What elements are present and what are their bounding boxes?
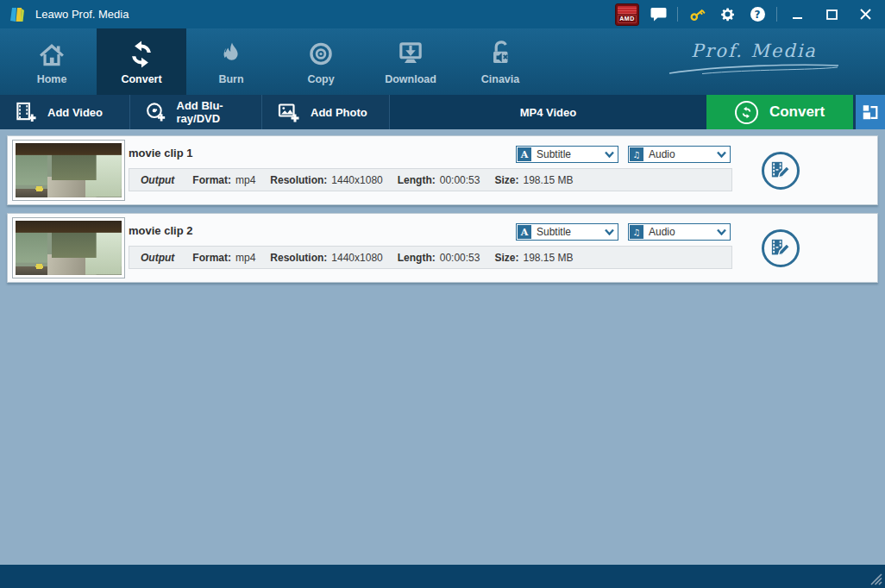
maximize-icon <box>826 9 838 20</box>
output-info: Output Format: mp4 Resolution: 1440x1080… <box>129 246 732 269</box>
add-photo-icon <box>278 101 300 123</box>
add-bluray-label: Add Blu-ray/DVD <box>177 99 261 125</box>
video-thumbnail <box>12 217 125 278</box>
tab-convert-label: Convert <box>121 73 161 85</box>
subtitle-dropdown[interactable]: A Subtitle <box>516 146 618 163</box>
chevron-down-icon <box>605 151 614 158</box>
add-video-button[interactable]: Add Video <box>0 95 129 129</box>
edit-film-pencil-icon <box>769 160 793 181</box>
output-title: Output <box>141 174 174 186</box>
chevron-down-icon <box>717 228 726 235</box>
chevron-down-icon <box>717 151 726 158</box>
clip-title: movie clip 1 <box>129 147 192 160</box>
format-value: mp4 <box>235 252 255 264</box>
clip-row-1[interactable]: movie clip 1 A Subtitle ♫ Audio Output F… <box>7 135 878 205</box>
output-format-selector[interactable]: MP4 Video <box>389 95 706 129</box>
toggle-panel-button[interactable] <box>853 95 885 129</box>
titlebar-actions: AMD <box>615 3 878 26</box>
home-icon <box>37 38 66 69</box>
add-bluray-button[interactable]: Add Blu-ray/DVD <box>129 95 261 129</box>
help-button[interactable]: ? <box>746 3 769 26</box>
convert-button[interactable]: Convert <box>706 95 853 129</box>
app-window: Leawo Prof. Media AMD <box>0 0 885 588</box>
thumbnail-image <box>16 143 122 197</box>
format-pair: Format: mp4 <box>192 252 255 264</box>
clip-title: movie clip 2 <box>129 224 192 237</box>
length-label: Length: <box>398 252 436 264</box>
resolution-label: Resolution: <box>270 252 327 264</box>
subtitle-dropdown-label: Subtitle <box>537 148 571 160</box>
titlebar-separator <box>677 7 678 22</box>
status-bar <box>0 565 885 588</box>
add-bluray-icon <box>146 101 166 123</box>
edit-clip-button[interactable] <box>762 152 800 190</box>
resolution-pair: Resolution: 1440x1080 <box>270 252 382 264</box>
audio-dropdown[interactable]: ♫ Audio <box>628 146 731 163</box>
download-icon <box>396 38 425 69</box>
feedback-button[interactable] <box>647 3 669 26</box>
audio-dropdown[interactable]: ♫ Audio <box>628 223 731 241</box>
cinavia-unlock-icon <box>486 38 515 69</box>
subtitle-dropdown[interactable]: A Subtitle <box>516 223 618 241</box>
edit-film-pencil-icon <box>769 238 793 259</box>
resolution-pair: Resolution: 1440x1080 <box>270 174 382 186</box>
tab-download[interactable]: Download <box>366 28 455 95</box>
chat-bubble-icon <box>650 7 667 22</box>
size-pair: Size: 198.15 MB <box>494 174 573 186</box>
resolution-label: Resolution: <box>270 174 327 186</box>
copy-disc-icon <box>306 38 336 69</box>
panel-layout-icon <box>861 103 880 122</box>
key-icon <box>687 5 706 24</box>
titlebar: Leawo Prof. Media AMD <box>0 0 885 28</box>
audio-dropdown-label: Audio <box>649 148 675 160</box>
tab-cinavia[interactable]: Cinavia <box>455 28 545 95</box>
amd-badge-label: AMD <box>618 15 636 23</box>
app-title: Leawo Prof. Media <box>35 8 129 21</box>
tab-home[interactable]: Home <box>7 28 97 95</box>
size-value: 198.15 MB <box>523 252 573 264</box>
burn-flame-icon <box>217 38 245 69</box>
subtitle-a-icon: A <box>518 225 531 239</box>
tab-download-label: Download <box>385 73 436 85</box>
register-button[interactable] <box>686 3 708 26</box>
size-pair: Size: 198.15 MB <box>494 252 573 264</box>
subtitle-a-icon: A <box>518 147 531 161</box>
size-label: Size: <box>494 252 518 264</box>
audio-dropdown-label: Audio <box>649 226 675 238</box>
tab-copy[interactable]: Copy <box>276 28 366 95</box>
chevron-down-icon <box>605 228 614 235</box>
output-info: Output Format: mp4 Resolution: 1440x1080… <box>129 168 732 191</box>
tab-burn[interactable]: Burn <box>186 28 276 95</box>
tab-convert[interactable]: Convert <box>97 28 186 95</box>
length-label: Length: <box>398 174 436 186</box>
close-button[interactable] <box>852 3 878 26</box>
convert-button-label: Convert <box>769 103 825 121</box>
amd-badge-top <box>618 6 637 14</box>
length-pair: Length: 00:00:53 <box>398 252 480 264</box>
resize-grip[interactable] <box>869 572 882 585</box>
brand-swoosh <box>668 63 840 75</box>
subtitle-dropdown-label: Subtitle <box>537 226 571 238</box>
gear-icon <box>719 6 736 22</box>
close-icon <box>860 9 871 20</box>
add-photo-button[interactable]: Add Photo <box>261 95 389 129</box>
toolbar: Add Video Add Blu-ray/DVD Add Photo MP4 … <box>0 95 885 129</box>
convert-cycle-badge-icon <box>735 101 758 124</box>
add-video-icon <box>16 101 37 123</box>
length-pair: Length: 00:00:53 <box>398 174 480 186</box>
edit-clip-button[interactable] <box>762 229 800 267</box>
resolution-value: 1440x1080 <box>331 252 382 264</box>
format-label: Format: <box>192 174 231 186</box>
minimize-button[interactable] <box>785 3 811 26</box>
format-label: Format: <box>192 252 231 264</box>
settings-button[interactable] <box>716 3 738 26</box>
format-pair: Format: mp4 <box>192 174 255 186</box>
clip-row-2[interactable]: movie clip 2 A Subtitle ♫ Audio Output F… <box>7 213 878 283</box>
length-value: 00:00:53 <box>440 174 480 186</box>
maximize-button[interactable] <box>819 3 844 26</box>
tab-cinavia-label: Cinavia <box>481 73 519 85</box>
clip-list: movie clip 1 A Subtitle ♫ Audio Output F… <box>0 129 885 565</box>
resolution-value: 1440x1080 <box>331 174 382 186</box>
brand-text: Prof. Media <box>691 41 817 61</box>
audio-note-icon: ♫ <box>630 147 643 161</box>
